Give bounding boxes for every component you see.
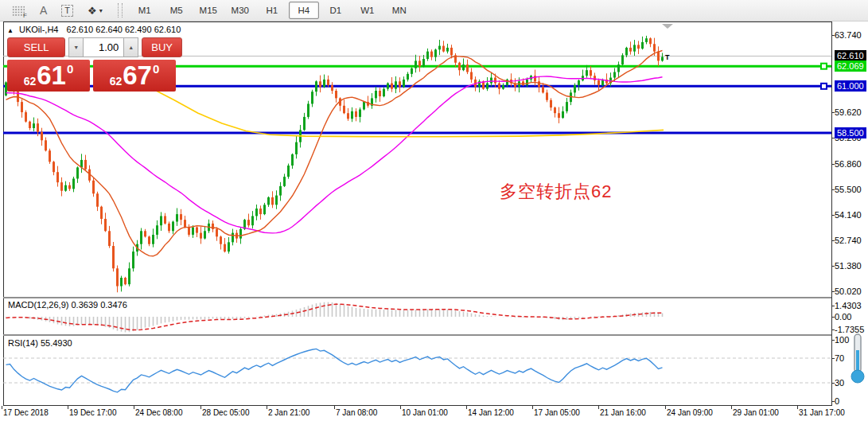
time-axis-tick [598,406,599,409]
buy-price-box[interactable]: 62 67 0 [93,60,176,92]
toolbar: F A T ❖ ▾ M1M5M15M30H1H4D1W1MN [0,0,868,21]
text-tool-button[interactable]: T [56,2,79,19]
text-label-tool-button[interactable]: A [34,2,53,19]
macd-layer [3,298,831,334]
letter-t-icon: T [61,5,73,17]
time-axis-label: 19 Dec 17:00 [69,408,117,417]
timeframe-button-mn[interactable]: MN [384,2,415,19]
sell-price-pip: 0 [67,62,73,76]
buy-price-pip: 0 [153,62,159,76]
sell-price-box[interactable]: 62 61 0 [7,60,90,92]
volume-input[interactable]: 1.00 [84,37,123,57]
pattern-grid-tool-icon[interactable]: F [6,2,31,19]
rsi-axis-label-70: 70 [835,353,844,364]
timeframe-button-m30[interactable]: M30 [225,2,255,19]
sell-price-main: 61 [37,60,66,91]
price-axis-label-52.740: 52.740 [835,235,862,246]
chart-text-annotation[interactable]: 多空转折点62 [500,180,612,204]
rsi-pane[interactable] [3,336,831,405]
time-axis-label: 24 Jan 09:00 [667,408,713,417]
timeframe-button-m1[interactable]: M1 [130,2,160,19]
chart-shift-triangle-icon [662,24,673,29]
quote-header: ▲ UKOil-,H4 62.610 62.640 62.490 62.610 [7,25,181,34]
time-axis-label: 2 Jan 21:00 [268,408,309,417]
rsi-axis-label-100: 100 [835,334,849,345]
time-axis-tick [466,406,467,409]
time-axis-label: 17 Jan 05:00 [534,408,580,417]
timeframe-button-m5[interactable]: M5 [162,2,192,19]
price-axis-label-59.620: 59.620 [835,107,862,118]
price-axis-label-61.000: 61.000 [835,80,866,92]
thermometer-icon [850,333,866,388]
volume-stepper: ▼ 1.00 ▲ [68,37,138,57]
time-axis-tick [797,406,798,409]
collapse-panel-icon[interactable]: ▲ [7,27,14,34]
chevron-down-icon: ▾ [99,7,103,14]
macd-pane[interactable] [3,298,831,334]
price-axis-label-51.380: 51.380 [835,260,862,271]
price-axis-label-63.740: 63.740 [835,29,862,41]
time-axis-label: 7 Jan 08:00 [336,408,377,417]
price-pointer-t-marker: T [665,53,670,61]
time-axis-tick [731,406,732,409]
time-axis-tick [200,406,201,409]
buy-price-whole: 62 [110,75,123,88]
price-axis-label-62.069: 62.069 [835,60,866,72]
rsi-layer [3,336,831,405]
price-axis-label-56.860: 56.860 [835,158,862,170]
rsi-axis-label-30: 30 [835,377,844,388]
trading-terminal-window: F A T ❖ ▾ M1M5M15M30H1H4D1W1MN T ▲ UKOil… [0,0,868,421]
timeframe-button-w1[interactable]: W1 [352,2,383,19]
time-axis-tick [2,406,2,409]
timeframe-button-d1[interactable]: D1 [321,2,351,19]
time-axis-tick [68,406,68,409]
time-axis-label: 28 Dec 05:00 [202,408,250,417]
time-axis-tick [665,406,666,409]
time-axis-tick [267,406,267,409]
arrows-tool-button[interactable]: ❖ ▾ [82,2,108,19]
toolbar-grip[interactable] [118,3,123,18]
time-axis-label: 29 Jan 01:00 [733,408,779,417]
time-axis-label: 24 Dec 08:00 [135,408,183,417]
time-axis-label: 17 Dec 2018 [3,408,49,417]
symbol-period-label: UKOil-,H4 [19,25,59,34]
timeframe-button-h4[interactable]: H4 [289,2,319,19]
buy-price-main: 67 [123,60,152,91]
buy-button[interactable]: BUY [142,37,182,57]
rsi-label: RSI(14) 55.4930 [8,338,72,348]
letter-a-icon: A [40,4,47,17]
timeframe-button-group: M1M5M15M30H1H4D1W1MN [129,2,415,19]
volume-decrease-button[interactable]: ▼ [68,37,84,57]
sell-price-whole: 62 [24,75,37,88]
macd-axis-label-1.4303: 1.4303 [835,300,862,311]
arrows-icon: ❖ [88,5,97,17]
time-axis-tick [134,406,134,409]
macd-axis-label-0.00: 0.00 [835,311,851,322]
one-click-trading-panel: SELL ▼ 1.00 ▲ BUY 62 61 0 62 67 0 [7,37,182,92]
price-axis-label-55.500: 55.500 [835,184,862,195]
timeframe-button-m15[interactable]: M15 [193,2,224,19]
price-axis-label-54.140: 54.140 [835,209,862,220]
time-axis-tick [334,406,335,409]
volume-increase-button[interactable]: ▲ [123,37,138,57]
price-axis-label-58.500: 58.500 [835,127,866,138]
ohlc-values: 62.610 62.640 62.490 62.610 [67,25,181,34]
time-axis[interactable]: 17 Dec 201819 Dec 17:0024 Dec 08:0028 De… [0,406,868,421]
timeframe-button-h1[interactable]: H1 [257,2,287,19]
time-axis-tick [400,406,401,409]
time-axis-tick [532,406,533,409]
time-axis-label: 21 Jan 16:00 [600,408,646,417]
macd-label: MACD(12,26,9) 0.3639 0.3476 [8,300,127,310]
time-axis-label: 14 Jan 12:00 [468,408,514,417]
rsi-axis-label-0: 0 [835,396,839,407]
time-axis-label: 10 Jan 01:00 [402,408,448,417]
sell-button[interactable]: SELL [7,37,65,57]
time-axis-label: 31 Jan 17:00 [799,408,845,417]
grid-icon: F [12,6,25,16]
price-axis-label-50.020: 50.020 [835,286,862,297]
